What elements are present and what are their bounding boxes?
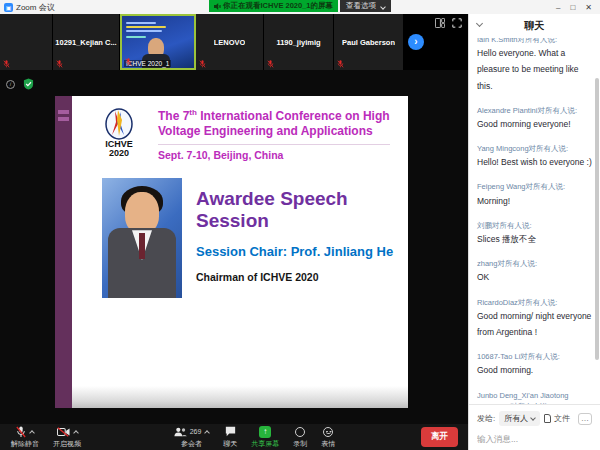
chat-collapse-chevron-icon[interactable] <box>476 20 483 27</box>
chat-panel: 聊天 Iain K.Smith对所有人说: Hello everyone. Wh… <box>468 14 600 450</box>
chat-button[interactable]: 聊天 <box>216 424 244 450</box>
active-speaker-thumbnail: ICHVE 2020_1 <box>122 16 194 68</box>
window-titlebar: ▣ Zoom 会议 你正在观看ICHVE 2020_1的屏幕 查看选项 – □ … <box>0 0 600 14</box>
participant-tile[interactable]: LENOVO <box>196 14 264 70</box>
chevron-down-icon <box>380 4 386 10</box>
chat-message: 刘鹏对所有人说: Slices 播放不全 <box>477 220 592 247</box>
app-title: ▣ Zoom 会议 <box>4 2 55 13</box>
muted-mic-icon <box>199 60 206 68</box>
participant-tile[interactable]: 1190_jiyimig <box>264 14 334 70</box>
maximize-button[interactable]: □ <box>570 3 575 12</box>
zoom-logo-icon: ▣ <box>4 3 13 12</box>
share-screen-button[interactable]: ↑ 共享屏幕 <box>244 424 286 450</box>
camera-off-icon <box>57 427 70 437</box>
chat-message: Iain K.Smith对所有人说: Hello everyone. What … <box>477 38 592 94</box>
minimize-button[interactable]: – <box>556 3 560 12</box>
mic-options-chevron[interactable] <box>29 430 35 436</box>
participants-count: 269 <box>190 428 202 435</box>
participant-tile[interactable]: Paul Gaberson <box>334 14 404 70</box>
security-shield-icon[interactable] <box>23 78 34 90</box>
reactions-button[interactable]: 表情 <box>314 424 342 450</box>
meeting-toolbar: 解除静音 开启视频 269 参会者 <box>0 424 468 450</box>
record-icon <box>295 427 305 437</box>
file-button[interactable]: 文件 <box>554 413 570 424</box>
view-options-label: 查看选项 <box>346 1 376 11</box>
chat-message-input[interactable] <box>477 434 592 444</box>
participant-filmstrip: 10291_Kejian C... ICHVE 2020_1 LENOVO <box>0 14 468 70</box>
gallery-view-icon[interactable] <box>435 18 445 28</box>
chevron-down-icon <box>530 415 536 421</box>
chat-bubble-icon <box>225 426 236 437</box>
chat-message-list[interactable]: Iain K.Smith对所有人说: Hello everyone. What … <box>469 38 600 404</box>
chat-message: 10687-Tao Li对所有人说: Good morning. <box>477 351 592 378</box>
leave-meeting-button[interactable]: 离开 <box>421 427 458 447</box>
shared-screen-stage: i ICHVE <box>0 70 468 424</box>
muted-mic-icon <box>3 60 10 68</box>
chat-header-title: 聊天 <box>525 19 545 33</box>
slide-footer-decoration <box>72 386 408 408</box>
ichve-logo: ICHVE 2020 <box>88 108 150 162</box>
file-icon <box>544 414 551 423</box>
muted-mic-icon <box>125 58 132 66</box>
view-options-button[interactable]: 查看选项 <box>340 0 391 12</box>
close-button[interactable]: ✕ <box>585 3 592 12</box>
chat-message: Feipeng Wang对所有人说: Morning! <box>477 181 592 208</box>
start-video-button[interactable]: 开启视频 <box>46 424 88 450</box>
viewing-screen-text: 你正在观看ICHVE 2020_1的屏幕 <box>223 1 333 11</box>
slide-left-band <box>55 96 72 408</box>
chat-message: RicardoDiaz对所有人说: Good morning/ night ev… <box>477 297 592 341</box>
muted-mic-icon <box>337 60 344 68</box>
video-options-chevron[interactable] <box>73 430 79 436</box>
session-title: Awardee Speech Session <box>196 188 408 232</box>
session-chair: Session Chair: Prof. Jinliang He <box>196 244 408 259</box>
chat-message: Junbo Deng_Xi'an Jiaotong University对所有人… <box>477 390 592 404</box>
filmstrip-next-button[interactable]: › <box>408 34 424 50</box>
share-screen-icon: ↑ <box>259 426 271 438</box>
presentation-slide: ICHVE 2020 The 7th International Confere… <box>55 96 408 408</box>
participants-icon <box>174 427 187 437</box>
conference-title: The 7th International Conference on High… <box>158 108 390 162</box>
muted-mic-icon <box>16 426 26 438</box>
muted-mic-icon <box>267 60 274 68</box>
chat-scrollbar[interactable] <box>595 78 599 360</box>
send-to-label: 发给: <box>477 413 495 424</box>
ichve-logo-text: ICHVE 2020 <box>88 140 150 159</box>
reactions-smiley-icon <box>323 427 333 437</box>
more-options-button[interactable]: … <box>578 413 592 425</box>
muted-mic-icon <box>56 60 63 68</box>
chat-message: Yang Mingcong对所有人说: Hello! Best wish to … <box>477 143 592 170</box>
chair-role: Chairman of ICHVE 2020 <box>196 271 408 283</box>
meeting-info-icon[interactable]: i <box>6 80 15 89</box>
chair-portrait-photo <box>102 178 182 298</box>
app-title-label: Zoom 会议 <box>16 2 55 13</box>
participant-tile[interactable]: 10291_Kejian C... <box>53 14 120 70</box>
chat-message: Alexandre Piantini对所有人说: Good morning ev… <box>477 105 592 132</box>
muted-audio-icon <box>214 3 221 10</box>
conference-dates: Sept. 7-10, Beijing, China <box>158 144 390 162</box>
record-button[interactable]: 录制 <box>286 424 314 450</box>
unmute-button[interactable]: 解除静音 <box>4 424 46 450</box>
active-speaker-tile[interactable]: ICHVE 2020_1 <box>120 14 196 70</box>
participant-tile[interactable] <box>0 14 53 70</box>
viewing-screen-banner[interactable]: 你正在观看ICHVE 2020_1的屏幕 <box>209 0 338 12</box>
meeting-area: 10291_Kejian C... ICHVE 2020_1 LENOVO <box>0 14 468 450</box>
chat-message: zhang对所有人说: OK <box>477 258 592 285</box>
participants-chevron[interactable] <box>205 430 211 436</box>
fullscreen-icon[interactable] <box>452 18 462 28</box>
participants-button[interactable]: 269 参会者 <box>167 424 217 450</box>
send-to-dropdown[interactable]: 所有人 <box>499 411 540 426</box>
